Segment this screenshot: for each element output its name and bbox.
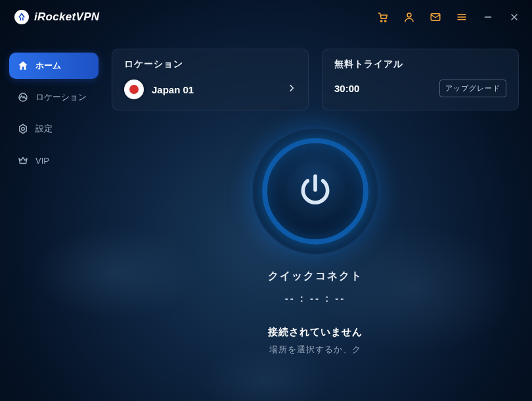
location-name: Japan 01 bbox=[152, 84, 279, 95]
chevron-right-icon bbox=[287, 83, 296, 95]
status-title: 接続されていません bbox=[268, 326, 363, 339]
user-icon[interactable] bbox=[403, 11, 415, 23]
power-button[interactable] bbox=[253, 129, 378, 254]
sidebar-item-settings[interactable]: 設定 bbox=[9, 116, 99, 142]
sidebar-item-label: 設定 bbox=[35, 123, 53, 135]
vip-icon bbox=[17, 154, 29, 166]
power-icon bbox=[297, 172, 334, 211]
cards-row: ロケーション Japan 01 無料トライアル 30:00 アップグレード bbox=[112, 49, 519, 110]
connect-timer: -- : -- : -- bbox=[285, 293, 346, 304]
sidebar-item-location[interactable]: ロケーション bbox=[9, 84, 99, 110]
cart-icon[interactable] bbox=[377, 11, 389, 23]
location-icon bbox=[17, 91, 29, 103]
sidebar-item-label: VIP bbox=[35, 156, 49, 166]
connect-area: クイックコネクト -- : -- : -- 接続されていません 場所を選択するか… bbox=[112, 129, 519, 356]
mail-icon[interactable] bbox=[430, 11, 441, 23]
trial-card: 無料トライアル 30:00 アップグレード bbox=[322, 49, 519, 110]
svg-point-0 bbox=[381, 20, 382, 22]
status-box: 接続されていません 場所を選択するか、ク bbox=[268, 326, 363, 356]
sidebar-item-label: ホーム bbox=[35, 60, 61, 72]
location-card-title: ロケーション bbox=[124, 59, 296, 70]
home-icon bbox=[17, 60, 29, 72]
sidebar: ホーム ロケーション 設定 VIP bbox=[0, 53, 99, 174]
titlebar: iRocketVPN bbox=[0, 0, 532, 34]
sidebar-item-label: ロケーション bbox=[35, 91, 87, 103]
quick-connect-label: クイックコネクト bbox=[268, 270, 363, 283]
brand-logo-icon bbox=[14, 10, 29, 24]
trial-row: 30:00 アップグレード bbox=[334, 80, 506, 97]
trial-card-title: 無料トライアル bbox=[334, 59, 506, 70]
location-selector[interactable]: Japan 01 bbox=[124, 80, 296, 99]
minimize-icon[interactable] bbox=[482, 11, 494, 23]
svg-point-12 bbox=[22, 128, 25, 131]
brand-name: iRocketVPN bbox=[34, 11, 99, 24]
settings-icon bbox=[17, 123, 29, 135]
main-content: ロケーション Japan 01 無料トライアル 30:00 アップグレード bbox=[112, 49, 519, 394]
trial-time: 30:00 bbox=[334, 83, 430, 94]
titlebar-actions bbox=[377, 11, 520, 23]
sidebar-item-vip[interactable]: VIP bbox=[9, 147, 99, 174]
svg-marker-11 bbox=[20, 124, 27, 133]
location-card: ロケーション Japan 01 bbox=[112, 49, 309, 110]
upgrade-button[interactable]: アップグレード bbox=[439, 80, 506, 97]
svg-point-2 bbox=[407, 13, 411, 17]
sidebar-item-home[interactable]: ホーム bbox=[9, 53, 99, 79]
status-subtitle: 場所を選択するか、ク bbox=[268, 344, 363, 356]
close-icon[interactable] bbox=[508, 11, 520, 23]
menu-icon[interactable] bbox=[456, 11, 468, 23]
brand: iRocketVPN bbox=[14, 10, 99, 24]
svg-point-1 bbox=[385, 20, 386, 22]
flag-jp-icon bbox=[124, 80, 144, 99]
